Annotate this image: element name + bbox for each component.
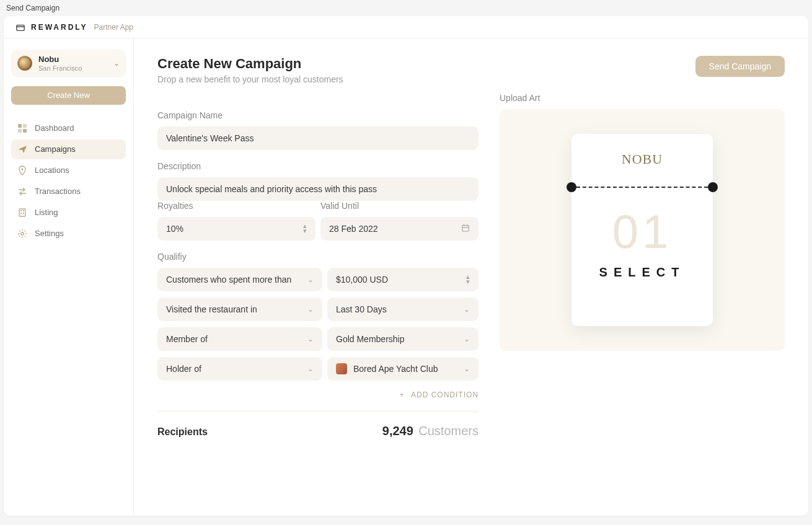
svg-rect-3: [18, 129, 22, 133]
description-label: Description: [157, 161, 479, 171]
svg-rect-12: [462, 225, 469, 231]
pass-tear-line: [571, 182, 713, 192]
create-new-button[interactable]: Create New: [11, 86, 126, 105]
divider: [157, 411, 479, 412]
main-content: Create New Campaign Drop a new benefit t…: [134, 38, 808, 516]
sidebar-item-label: Dashboard: [35, 123, 74, 133]
upload-art-label: Upload Art: [500, 93, 785, 103]
nft-thumbnail-icon: [336, 363, 347, 374]
valid-until-value: 28 Feb 2022: [329, 224, 378, 234]
qualify-value: Last 30 Days: [336, 304, 387, 314]
sidebar-item-dashboard[interactable]: Dashboard: [11, 118, 126, 138]
page-subtitle: Drop a new benefit to your most loyal cu…: [157, 74, 343, 84]
pass-tier: SELECT: [599, 265, 686, 280]
qualify-condition-select-1[interactable]: Customers who spent more than ⌄: [157, 268, 322, 291]
recipients-unit: Customers: [418, 424, 479, 438]
sidebar-nav: Dashboard Campaigns Locations Transactio…: [11, 118, 126, 244]
qualify-value: Bored Ape Yacht Club: [353, 364, 438, 374]
upload-art-dropzone[interactable]: NOBU 01 SELECT: [500, 109, 785, 351]
transfer-icon: [17, 187, 27, 196]
send-icon: [17, 144, 27, 154]
recipients-label: Recipients: [157, 426, 208, 438]
add-condition-button[interactable]: ＋ ADD CONDITION: [157, 389, 479, 400]
stepper-icon: ▴▾: [466, 275, 470, 284]
qualify-condition-select-2[interactable]: Visited the restaurant in ⌄: [157, 298, 322, 321]
page-title: Create New Campaign: [157, 56, 343, 72]
sidebar-item-listing[interactable]: Listing: [11, 203, 126, 223]
topbar: REWARDLY Partner App: [4, 16, 808, 38]
qualify-label: Qualifiy: [157, 252, 479, 262]
valid-until-label: Valid Until: [320, 201, 479, 211]
qualify-value: $10,000 USD: [336, 275, 388, 285]
svg-rect-2: [23, 124, 27, 128]
business-switcher[interactable]: Nobu San Francisco ⌄: [11, 50, 126, 77]
gear-icon: [17, 229, 27, 239]
sidebar-item-locations[interactable]: Locations: [11, 161, 126, 180]
recipients-count: 9,249: [382, 424, 413, 438]
qualify-value-select-4[interactable]: Bored Ape Yacht Club ⌄: [327, 357, 479, 381]
svg-rect-7: [20, 210, 22, 211]
window-tab-label: Send Campaign: [0, 0, 812, 16]
royalties-value: 10%: [166, 224, 183, 234]
app-frame: REWARDLY Partner App Nobu San Francisco …: [4, 16, 808, 516]
stepper-icon: ▴▾: [303, 224, 307, 233]
royalties-stepper[interactable]: 10% ▴▾: [157, 217, 316, 240]
chevron-down-icon: ⌄: [464, 366, 470, 371]
sidebar-item-label: Campaigns: [35, 144, 76, 154]
qualify-value-select-3[interactable]: Gold Membership ⌄: [327, 327, 479, 351]
sidebar: Nobu San Francisco ⌄ Create New Dashboar…: [4, 38, 134, 516]
chevron-down-icon: ⌄: [307, 277, 314, 282]
qualify-condition-select-4[interactable]: Holder of ⌄: [157, 357, 322, 381]
business-location: San Francisco: [38, 64, 107, 73]
qualify-condition-value: Member of: [166, 334, 208, 344]
sidebar-item-label: Listing: [35, 208, 58, 217]
calendar-icon: [461, 224, 470, 234]
svg-rect-8: [23, 210, 24, 211]
svg-point-11: [21, 232, 24, 235]
sidebar-item-transactions[interactable]: Transactions: [11, 182, 126, 201]
send-campaign-button[interactable]: Send Campaign: [695, 56, 785, 77]
qualify-condition-value: Visited the restaurant in: [166, 304, 257, 314]
dashboard-icon: [17, 123, 27, 133]
royalties-label: Royalties: [157, 201, 316, 211]
sidebar-item-settings[interactable]: Settings: [11, 224, 126, 244]
qualify-condition-value: Customers who spent more than: [166, 275, 291, 285]
brand-name: REWARDLY: [31, 23, 88, 32]
plus-icon: ＋: [398, 389, 406, 400]
sidebar-item-label: Locations: [35, 165, 69, 175]
chevron-down-icon: ⌄: [307, 307, 314, 312]
building-icon: [17, 208, 27, 218]
campaign-name-input[interactable]: [157, 126, 479, 150]
qualify-value-stepper-1[interactable]: $10,000 USD ▴▾: [327, 268, 479, 291]
chevron-down-icon: ⌄: [464, 337, 470, 342]
sidebar-item-campaigns[interactable]: Campaigns: [11, 139, 126, 159]
valid-until-date-input[interactable]: 28 Feb 2022: [320, 217, 479, 240]
svg-point-5: [21, 168, 23, 170]
qualify-value: Gold Membership: [336, 334, 405, 344]
pass-number: 01: [612, 208, 673, 255]
qualify-value-select-2[interactable]: Last 30 Days ⌄: [327, 298, 479, 321]
pin-icon: [17, 165, 27, 175]
svg-rect-9: [20, 213, 22, 214]
svg-rect-1: [18, 124, 22, 128]
sidebar-item-label: Settings: [35, 229, 64, 238]
brand-subtitle: Partner App: [94, 23, 133, 32]
business-avatar: [17, 56, 32, 71]
svg-rect-4: [23, 129, 27, 133]
chevron-down-icon: ⌄: [307, 337, 314, 342]
pass-preview-card: NOBU 01 SELECT: [571, 134, 713, 326]
business-name: Nobu: [38, 55, 107, 64]
qualify-condition-select-3[interactable]: Member of ⌄: [157, 327, 322, 351]
campaign-name-label: Campaign Name: [157, 110, 479, 120]
chevron-down-icon: ⌄: [113, 59, 120, 68]
brand-logo-icon: [16, 23, 25, 32]
sidebar-item-label: Transactions: [35, 187, 81, 196]
pass-brand-logo: NOBU: [622, 151, 663, 167]
description-input[interactable]: [157, 177, 479, 201]
svg-rect-0: [17, 25, 24, 30]
qualify-condition-value: Holder of: [166, 364, 201, 374]
svg-rect-6: [19, 209, 25, 216]
svg-rect-10: [23, 213, 24, 214]
add-condition-label: ADD CONDITION: [411, 390, 479, 399]
chevron-down-icon: ⌄: [464, 307, 470, 312]
